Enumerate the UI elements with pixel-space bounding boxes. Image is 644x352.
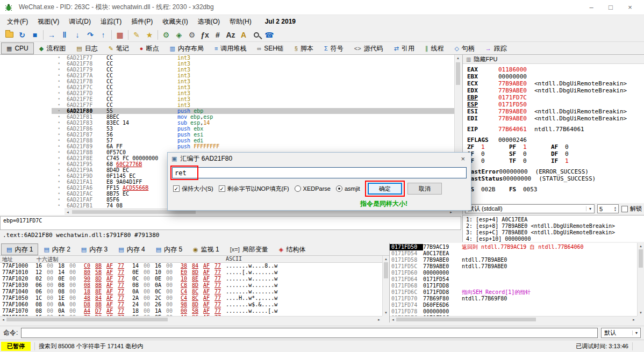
dump-horizontal-scrollbar[interactable]: ◄ ►: [0, 316, 382, 322]
stack-row-0171FD58[interactable]: 0171FD5877B9ABE0ntdll.77B9ABE0: [390, 257, 638, 263]
calculator-fx-icon[interactable]: ƒx: [198, 29, 211, 41]
step-into-icon[interactable]: ↓: [71, 29, 84, 41]
scrollbar-thumb[interactable]: [72, 210, 196, 214]
notes-icon[interactable]: ✎: [130, 29, 143, 41]
highlight-icon[interactable]: A: [237, 29, 250, 41]
minimize-button[interactable]: –: [582, 1, 601, 15]
menu-view[interactable]: 视图(V): [33, 15, 64, 28]
registers-pane[interactable]: ▥ 隐藏FPU EAX01186000EBX00000000ECX77B9ABE…: [462, 55, 644, 203]
script-window-icon[interactable]: ▦: [113, 29, 126, 41]
tab-graph[interactable]: ◆流程图: [34, 42, 71, 54]
menu-options[interactable]: 选项(O): [193, 15, 225, 28]
gears-icon[interactable]: ⚙: [160, 29, 173, 41]
spin-down-icon[interactable]: ▼: [614, 209, 617, 212]
disasm-row-6AD21F86[interactable]: •6AD21F8653push ebx: [0, 126, 454, 132]
stop-icon[interactable]: ■: [28, 29, 41, 41]
favourites-icon[interactable]: ★: [143, 29, 156, 41]
stack-row-0171FD50[interactable]: 0171FD5077B9AC19返回到 ntdll.77B9AC19 自 ntd…: [390, 244, 638, 250]
checkbox-box[interactable]: [621, 206, 628, 212]
radio-selected-icon[interactable]: [336, 185, 342, 192]
dump-tab-memory-4[interactable]: ▤内存 4: [113, 243, 150, 255]
disasm-row-6AD21F7B[interactable]: •6AD21F7BCCint3: [0, 78, 454, 84]
tab-call-stack[interactable]: ≡调用堆栈: [209, 42, 252, 54]
menu-debug[interactable]: 调试(D): [64, 15, 96, 28]
dump-tab-locals[interactable]: [x=]局部变量: [225, 243, 274, 255]
tab-breakpoints[interactable]: ●断点: [134, 42, 164, 54]
step-out-icon[interactable]: ↑: [97, 29, 110, 41]
memory-dump-pane[interactable]: 地址 十六进制 ASCII 77AF100016001800C08BAF7714…: [0, 256, 389, 322]
stack-row-0171FD74[interactable]: 0171FD74D60FE6D6: [390, 302, 638, 308]
dialog-titlebar[interactable]: ▣ 汇编于 6AD21F80 ×: [168, 153, 471, 164]
tab-script[interactable]: §脚本: [289, 42, 319, 54]
disasm-row-6AD21F83[interactable]: •6AD21F8383EC 14sub esp,14: [0, 120, 454, 126]
unlock-checkbox[interactable]: 解锁: [621, 205, 642, 213]
tab-log[interactable]: ▤日志: [71, 42, 103, 54]
search-icon[interactable]: [250, 29, 263, 41]
stack-vertical-scrollbar[interactable]: ▲ ▼: [637, 243, 644, 316]
disasm-row-6AD21F7E[interactable]: •6AD21F7ECCint3: [0, 96, 454, 102]
stack-row-0171FD78[interactable]: 0171FD7800000000: [390, 308, 638, 315]
disasm-row-6AD21F88[interactable]: •6AD21F8857push edi: [0, 138, 454, 143]
dump-row-77AF1040[interactable]: 77AF104006000800188EAF770A000C00C48CAF77…: [0, 289, 382, 295]
dump-row-77AF1060[interactable]: 77AF106008000A00D88BAF7724002600988DAF77…: [0, 301, 382, 308]
menu-trace[interactable]: 追踪(T): [96, 15, 126, 28]
hide-fpu-button[interactable]: ▥ 隐藏FPU: [463, 55, 644, 64]
scroll-up-arrow[interactable]: ▲: [383, 256, 389, 262]
calling-convention-select[interactable]: 默认 (stdcall) ▾: [465, 204, 595, 213]
dump-tab-memory-3[interactable]: ▤内存 3: [76, 243, 113, 255]
menu-plugins[interactable]: 插件(P): [126, 15, 158, 28]
scrollbar-thumb[interactable]: [6, 318, 168, 321]
disasm-row-6AD21F77[interactable]: •6AD21F77CCint3: [0, 55, 454, 61]
tab-references[interactable]: ⇄引用: [389, 42, 420, 54]
dialog-close-icon[interactable]: ×: [459, 155, 467, 163]
tab-threads[interactable]: ∥线程: [420, 42, 449, 54]
stack-row-0171FD6C[interactable]: 0171FD6C0171FDD8指向SEH_Record[1]的指针: [390, 289, 638, 296]
spinner-arrows[interactable]: ▲ ▼: [614, 206, 617, 212]
chevron-down-icon[interactable]: ▾: [586, 206, 591, 211]
checkbox-check-icon[interactable]: ✓: [219, 185, 225, 192]
dump-tab-memory-5[interactable]: ▤内存 5: [151, 243, 188, 255]
scroll-down-arrow[interactable]: ▼: [638, 310, 644, 315]
tab-seh[interactable]: ∞SEH链: [252, 42, 289, 54]
scroll-right-arrow[interactable]: ►: [376, 317, 382, 322]
run-icon[interactable]: →: [45, 29, 58, 41]
arguments-pane[interactable]: 1: [esp+4] A0C17EEA2: [esp+8] 77B9ABE0 <…: [462, 215, 644, 242]
disasm-row-6AD21F7A[interactable]: •6AD21F7ACCint3: [0, 73, 454, 78]
menu-favourites[interactable]: 收藏夹(I): [158, 15, 192, 28]
tab-memory-map[interactable]: ▥内存布局: [164, 42, 209, 54]
disasm-row-6AD21F80[interactable]: •6AD21F8055push ebp: [0, 108, 454, 114]
dump-row-77AF1030[interactable]: 77AF103006000800088BAF7708000A00C88DAF77…: [0, 282, 382, 289]
dump-tab-watch-1[interactable]: ◉监视 1: [188, 243, 225, 255]
menu-file[interactable]: 文件(F): [2, 15, 33, 28]
scrollbar-thumb[interactable]: [456, 62, 460, 85]
pause-icon[interactable]: ‖: [58, 29, 71, 41]
disasm-row-6AD21F7D[interactable]: •6AD21F7DCCint3: [0, 90, 454, 96]
scroll-left-arrow[interactable]: ◄: [1, 317, 6, 322]
scroll-up-arrow[interactable]: ▲: [638, 243, 644, 249]
tab-symbols[interactable]: Σ符号: [319, 42, 349, 54]
disasm-row-6AD21F7F[interactable]: •6AD21F7FCCint3: [0, 102, 454, 108]
disasm-row-6AD21F81[interactable]: •6AD21F818BECmov ebp,esp: [0, 114, 454, 120]
keep-size-checkbox[interactable]: ✓ 保持大小(S): [173, 185, 213, 193]
cancel-button[interactable]: 取消: [407, 183, 442, 195]
scroll-right-arrow[interactable]: ►: [631, 317, 636, 322]
scrollbar-thumb[interactable]: [639, 249, 643, 268]
dump-vertical-scrollbar[interactable]: ▲ ▼: [382, 256, 389, 316]
disasm-row-6AD21F87[interactable]: •6AD21F8756push esi: [0, 132, 454, 138]
radio-circle-icon[interactable]: [295, 185, 301, 192]
scrollbar-thumb[interactable]: [384, 262, 388, 278]
command-input[interactable]: [21, 328, 598, 338]
disasm-row-6AD21F78[interactable]: •6AD21F78CCint3: [0, 61, 454, 67]
arg-count-spinner[interactable]: 5 ▲ ▼: [597, 204, 619, 213]
command-profile-select[interactable]: 默认 ▾: [601, 328, 641, 338]
dump-row-77AF1000[interactable]: 77AF100016001800C08BAF77140016003884AF77…: [0, 263, 382, 269]
scroll-down-arrow[interactable]: ▼: [383, 310, 389, 315]
disasm-row-6AD21F89[interactable]: •6AD21F896A FFpush FFFFFFFF: [0, 143, 454, 149]
dump-row-77AF1070[interactable]: 77AF107008000A00A4D7AF7718001A00005BAF77…: [0, 308, 382, 314]
stack-row-0171FD68[interactable]: 0171FD680171FDD8: [390, 283, 638, 289]
stack-row-0171FD60[interactable]: 0171FD6000000000: [390, 270, 638, 276]
disasm-row-6AD21F7C[interactable]: •6AD21F7CCCint3: [0, 84, 454, 90]
open-file-icon[interactable]: [3, 29, 16, 41]
shield-icon[interactable]: ◈: [173, 29, 185, 41]
strings-az-icon[interactable]: Az: [224, 29, 237, 41]
